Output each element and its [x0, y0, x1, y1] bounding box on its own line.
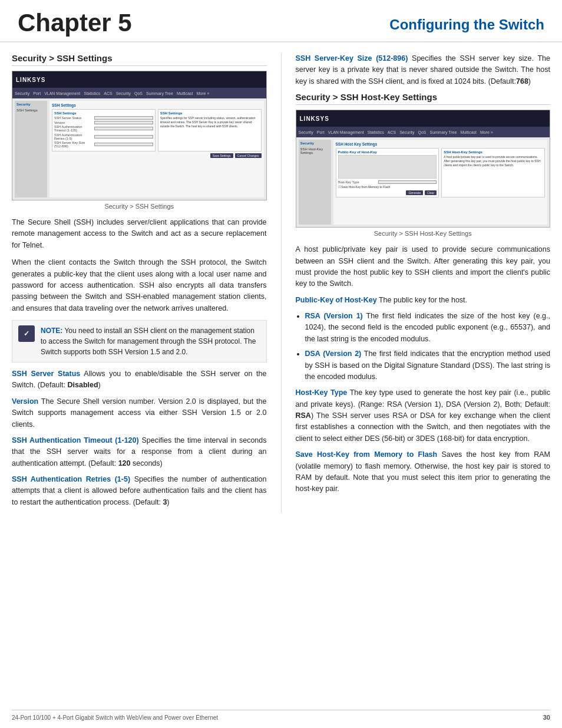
screenshot2: LINKSYS Security Port VLAN Management St… [296, 110, 551, 228]
nav-summary: Summary Tree [146, 91, 173, 95]
nav-security2: Security [116, 91, 131, 95]
linksys-logo2: LINKSYS [300, 116, 329, 122]
section1-heading: Security > SSH Settings [12, 53, 267, 66]
def-server-key-size: SSH Server-Key Size (512-896) Specifies … [296, 53, 551, 87]
nav-qos: QoS [134, 91, 143, 95]
linksys-main2: SSH Host Key Settings Public-Key of Host… [333, 140, 548, 225]
bullet-list: RSA (Version 1) The first field indicate… [305, 311, 551, 383]
main-content: Security > SSH Settings LINKSYS Security… [0, 53, 562, 513]
nav-security: Security [15, 91, 29, 95]
term-host-key-type: Host-Key Type [296, 388, 348, 397]
term-version: Version [12, 397, 38, 406]
screenshot1: LINKSYS Security Port VLAN Management St… [12, 71, 267, 200]
term-dsa: DSA (Version 2) [305, 350, 362, 358]
linksys-body: Security SSH Settings SSH Settings SSH S… [12, 98, 266, 200]
linksys-sidebar: Security SSH Settings [15, 101, 47, 197]
nav-acs: ACS [104, 91, 112, 95]
linksys-nav2: Security Port VLAN Management Statistics… [296, 127, 550, 137]
linksys-body2: Security SSH Host-Key Settings SSH Host … [296, 137, 550, 227]
term-ssh-server-status: SSH Server Status [12, 370, 80, 378]
nav2-vlan: VLAN Management [328, 130, 364, 134]
term-auth-retries: SSH Authentication Retries (1-5) [12, 475, 130, 483]
linksys-header2: LINKSYS [296, 110, 550, 127]
left-defs: SSH Server Status Allows you to enable/d… [12, 368, 267, 508]
nav2-summary: Summary Tree [429, 130, 457, 134]
note-icon: ✓ [18, 325, 35, 342]
left-column: Security > SSH Settings LINKSYS Security… [12, 53, 267, 513]
def-version: Version The Secure Shell version number.… [12, 396, 267, 430]
nav-statistics: Statistics [84, 91, 100, 95]
note-label: NOTE: [41, 327, 62, 335]
footer-left-text: 24-Port 10/100 + 4-Port Gigabit Switch w… [12, 714, 218, 721]
intro-para2: When the client contacts the Switch thro… [12, 257, 267, 314]
section2-heading: Security > SSH Host-Key Settings [296, 92, 551, 105]
column-divider [281, 53, 282, 513]
nav-multicast: Multicast [177, 91, 193, 95]
nav2-acs: ACS [388, 130, 396, 134]
nav2-multicast: Multicast [460, 130, 477, 134]
linksys-main: SSH Settings SSH Settings SSH Server Sta… [49, 101, 264, 197]
term-public-key: Public-Key of Host-Key [296, 296, 377, 304]
nav2-security2: Security [399, 130, 414, 134]
linksys-logo: LINKSYS [16, 77, 45, 83]
nav-port: Port [33, 91, 41, 95]
nav2-qos: QoS [418, 130, 426, 134]
linksys-sidebar2: Security SSH Host-Key Settings [299, 140, 331, 225]
linksys-nav: Security Port VLAN Management Statistics… [12, 88, 266, 98]
chapter-subtitle: Configuring the Switch [389, 11, 544, 34]
def-ssh-server-status: SSH Server Status Allows you to enable/d… [12, 368, 267, 391]
term-save-host-key: Save Host-Key from Memory to Flash [296, 450, 438, 459]
bullet-dsa: DSA (Version 2) The first field indicate… [305, 348, 551, 383]
note-box: ✓ NOTE: You need to install an SSH clien… [12, 320, 267, 363]
screenshot1-caption: Security > SSH Settings [12, 203, 267, 210]
host-key-intro: A host public/private key pair is used t… [296, 244, 551, 290]
footer-page-number: 30 [543, 714, 550, 721]
public-key-desc-text: The public key for the host. [379, 296, 467, 304]
def-version-text: The Secure Shell version number. Version… [12, 397, 267, 429]
term-server-key-size: SSH Server-Key Size (512-896) [296, 54, 408, 62]
nav2-statistics: Statistics [368, 130, 384, 134]
right-column: SSH Server-Key Size (512-896) Specifies … [296, 53, 551, 513]
page-header: Chapter 5 Configuring the Switch [0, 0, 562, 42]
def-save-host-key: Save Host-Key from Memory to Flash Saves… [296, 449, 551, 495]
public-key-heading: Public-Key of Host-Key The public key fo… [296, 295, 551, 306]
term-auth-timeout: SSH Authentication Timeout (1-120) [12, 436, 139, 444]
linksys-header: LINKSYS [12, 71, 266, 88]
note-text: NOTE: You need to install an SSH client … [41, 325, 260, 357]
nav2-port: Port [317, 130, 325, 134]
note-body: You need to install an SSH client on the… [41, 327, 256, 356]
nav2-more: More » [480, 130, 493, 134]
page-footer: 24-Port 10/100 + 4-Port Gigabit Switch w… [12, 710, 550, 721]
term-rsa: RSA (Version 1) [305, 312, 363, 320]
bullet-rsa: RSA (Version 1) The first field indicate… [305, 311, 551, 345]
screenshot2-caption: Security > SSH Host-Key Settings [296, 230, 551, 237]
intro-para1: The Secure Shell (SSH) includes server/c… [12, 217, 267, 251]
nav2-security: Security [299, 130, 313, 134]
nav-vlan: VLAN Management [44, 91, 80, 95]
chapter-title: Chapter 5 [18, 11, 132, 35]
def-host-key-type: Host-Key Type The key type used to gener… [296, 387, 551, 444]
nav-more: More » [197, 91, 210, 95]
def-auth-timeout: SSH Authentication Timeout (1-120) Speci… [12, 435, 267, 469]
def-auth-retries: SSH Authentication Retries (1-5) Specifi… [12, 474, 267, 508]
